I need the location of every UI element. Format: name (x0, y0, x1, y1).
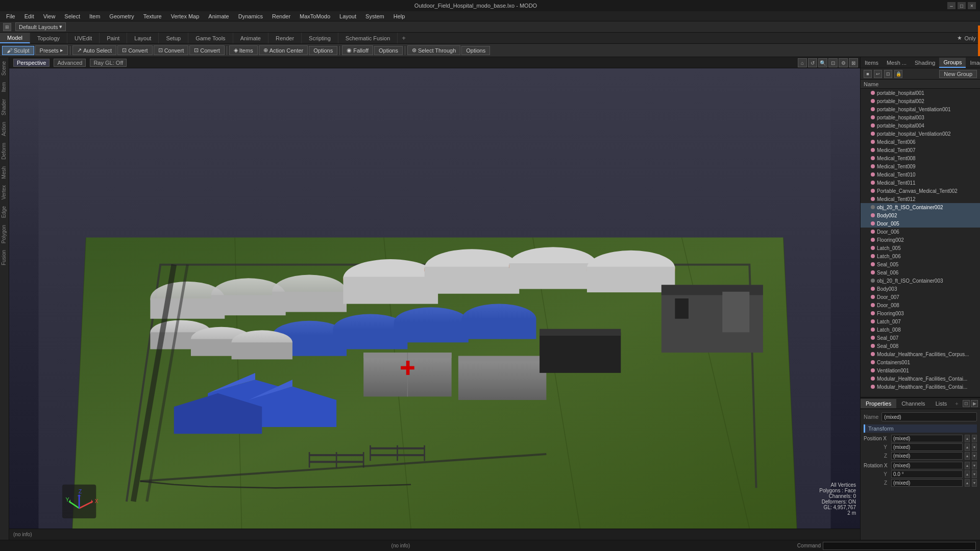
list-item[interactable]: Body003 (861, 285, 980, 293)
tab-images[interactable]: Images (966, 58, 980, 67)
pos-x-down[interactable]: ▼ (972, 435, 977, 442)
name-field[interactable] (881, 412, 977, 421)
list-item[interactable]: Seal_007 (861, 334, 980, 342)
maximize-button[interactable]: □ (958, 2, 966, 9)
pos-x-up[interactable]: ▲ (965, 435, 970, 442)
new-group-button[interactable]: New Group (939, 70, 977, 78)
menu-file[interactable]: File (2, 12, 19, 20)
list-item[interactable]: Door_007 (861, 293, 980, 301)
list-item[interactable]: Door_006 (861, 228, 980, 236)
list-item[interactable]: Medical_Tent008 (861, 154, 980, 162)
position-y-field[interactable] (891, 443, 963, 451)
rot-x-up[interactable]: ▲ (965, 462, 970, 469)
list-item[interactable]: Modular_Healthcare_Facilities_Contai... (861, 374, 980, 383)
viewport[interactable]: Perspective Advanced Ray GL: Off ⌂ ↺ 🔍 ⊡… (9, 57, 860, 540)
list-item[interactable]: portable_hospital001 (861, 89, 980, 97)
sidebar-shader[interactable]: Shader (0, 96, 9, 118)
home-tool-button[interactable]: ⌂ (798, 58, 807, 67)
groups-lock[interactable]: 🔒 (894, 70, 902, 78)
groups-icon3[interactable]: ⊡ (884, 70, 892, 78)
items-button[interactable]: ◈ Items (229, 45, 258, 55)
close-button[interactable]: × (968, 2, 976, 9)
menu-help[interactable]: Help (389, 12, 409, 20)
layout-dropdown[interactable]: Default Layouts ▾ (15, 22, 66, 31)
list-item[interactable]: Seal_008 (861, 342, 980, 350)
groups-icon2[interactable]: ↩ (874, 70, 882, 78)
reset-tool-button[interactable]: ↺ (808, 58, 817, 67)
list-item[interactable]: Modular_Healthcare_Facilities_Corpus... (861, 350, 980, 358)
list-item[interactable]: Modular_Healthcare_Facilities_Contai... (861, 383, 980, 391)
list-item[interactable]: Containers001 (861, 358, 980, 366)
menu-maxtomodo[interactable]: MaxToModo (296, 12, 334, 20)
list-item[interactable]: Medical_Tent012 (861, 195, 980, 203)
prop-arrow-button[interactable]: ▶ (971, 400, 978, 407)
tab-render[interactable]: Render (268, 33, 302, 43)
menu-vertexmap[interactable]: Vertex Map (167, 12, 204, 20)
list-item[interactable]: Medical_Tent010 (861, 170, 980, 179)
sidebar-polygon[interactable]: Polygon (0, 222, 9, 246)
pos-z-down[interactable]: ▼ (972, 452, 977, 460)
tab-setup[interactable]: Setup (159, 33, 188, 43)
tab-animate[interactable]: Animate (233, 33, 268, 43)
list-item[interactable]: portable_hospital004 (861, 121, 980, 130)
menu-item[interactable]: Item (85, 12, 104, 20)
layout-icon[interactable]: ⊞ (3, 23, 11, 31)
select-through-button[interactable]: ⊛ Select Through (407, 45, 460, 55)
convert3-button[interactable]: ⊡ Convert (189, 45, 225, 55)
list-item[interactable]: Door_005 (861, 219, 980, 228)
prop-expand-button[interactable]: ⊡ (963, 400, 970, 407)
rotation-y-field[interactable] (891, 470, 963, 478)
menu-layout[interactable]: Layout (335, 12, 360, 20)
tab-schematic-fusion[interactable]: Schematic Fusion (338, 33, 398, 43)
perspective-label[interactable]: Perspective (13, 59, 50, 67)
tab-lists[interactable]: Lists (930, 399, 952, 408)
menu-dynamics[interactable]: Dynamics (234, 12, 267, 20)
tab-scripting[interactable]: Scripting (302, 33, 338, 43)
list-item[interactable]: Door_008 (861, 301, 980, 309)
list-item[interactable]: Latch_005 (861, 244, 980, 252)
sidebar-mesh[interactable]: Mesh (0, 163, 9, 182)
list-item[interactable]: Portable_Canvas_Medical_Tent002 (861, 187, 980, 195)
pos-z-up[interactable]: ▲ (965, 452, 970, 460)
tab-paint[interactable]: Paint (100, 33, 127, 43)
tab-uvedit[interactable]: UVEdit (67, 33, 100, 43)
menu-view[interactable]: View (39, 12, 60, 20)
sidebar-action[interactable]: Action (0, 119, 9, 139)
tab-add-button[interactable]: + (398, 33, 410, 43)
sidebar-scene[interactable]: Scene (0, 58, 9, 79)
rotation-x-field[interactable] (891, 462, 963, 469)
advanced-label[interactable]: Advanced (54, 59, 86, 67)
list-item[interactable]: Seal_006 (861, 268, 980, 277)
tab-properties[interactable]: Properties (861, 399, 896, 408)
raygl-label[interactable]: Ray GL: Off (90, 59, 127, 67)
settings-tool-button[interactable]: ⚙ (839, 58, 848, 67)
falloff-button[interactable]: ◉ Falloff (342, 45, 373, 55)
list-item[interactable]: Seal_005 (861, 260, 980, 268)
convert1-button[interactable]: ⊡ Convert (117, 45, 153, 55)
options3-button[interactable]: Options (461, 46, 490, 55)
sidebar-vertex[interactable]: Vertex (0, 182, 9, 203)
list-item[interactable]: portable_hospital002 (861, 97, 980, 105)
sidebar-fusion[interactable]: Fusion (0, 247, 9, 268)
menu-render[interactable]: Render (268, 12, 295, 20)
rot-z-down[interactable]: ▼ (972, 479, 977, 487)
groups-icon1[interactable]: ■ (864, 70, 872, 78)
groups-list[interactable]: portable_hospital001portable_hospital002… (861, 89, 980, 397)
sculpt-button[interactable]: 🖌 Sculpt (2, 46, 34, 55)
menu-system[interactable]: System (361, 12, 388, 20)
options2-button[interactable]: Options (374, 46, 403, 55)
list-item[interactable]: portable_hospital_Ventilation002 (861, 130, 980, 138)
list-item[interactable]: Medical_Tent006 (861, 138, 980, 146)
list-item[interactable]: Medical_Tent011 (861, 179, 980, 187)
list-item[interactable]: portable_hospital003 (861, 113, 980, 121)
action-center-button[interactable]: ⊕ Action Center (259, 45, 308, 55)
position-x-field[interactable] (891, 435, 963, 442)
list-item[interactable]: obj_20_ft_ISO_Container003 (861, 277, 980, 285)
list-item[interactable]: Latch_006 (861, 252, 980, 260)
tab-channels[interactable]: Channels (896, 399, 930, 408)
list-item[interactable]: portable_hospital_Ventilation001 (861, 105, 980, 113)
list-item[interactable]: obj_20_ft_ISO_Container002 (861, 203, 980, 211)
pos-y-down[interactable]: ▼ (972, 443, 977, 451)
tab-layout[interactable]: Layout (127, 33, 159, 43)
list-item[interactable]: Body002 (861, 211, 980, 219)
